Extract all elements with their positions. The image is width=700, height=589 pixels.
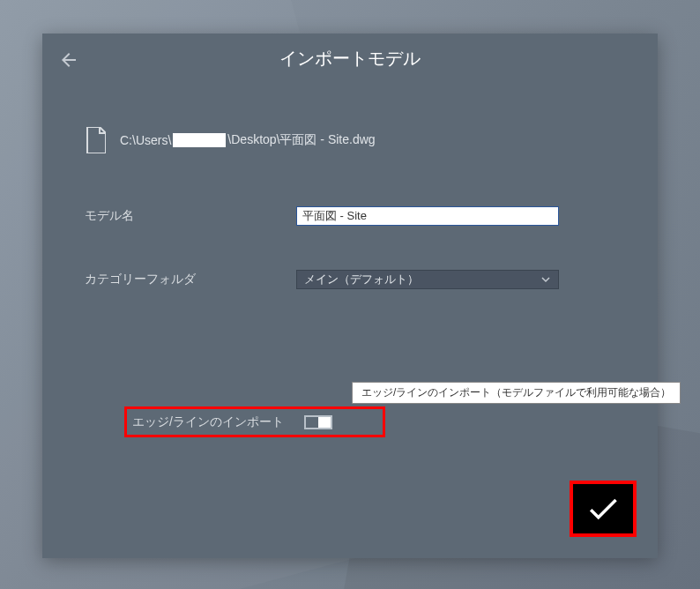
category-value: メイン（デフォルト）: [304, 272, 419, 287]
file-path-text: C:\Users\ \Desktop\平面図 - Site.dwg: [120, 132, 376, 148]
checkmark-icon: [585, 490, 622, 527]
file-path-suffix: \Desktop\平面図 - Site.dwg: [227, 132, 375, 148]
edge-import-tooltip: エッジ/ラインのインポート（モデルファイルで利用可能な場合）: [352, 382, 681, 404]
model-name-row: モデル名: [85, 206, 615, 226]
back-button[interactable]: [58, 49, 79, 71]
dialog-title: インポートモデル: [279, 47, 421, 71]
category-row: カテゴリーフォルダ メイン（デフォルト）: [85, 270, 615, 289]
category-label: カテゴリーフォルダ: [85, 272, 296, 287]
chevron-down-icon: [540, 274, 551, 285]
model-name-label: モデル名: [85, 208, 296, 224]
category-select[interactable]: メイン（デフォルト）: [296, 270, 559, 289]
import-model-dialog: インポートモデル C:\Users\ \Desktop\平面図 - Site.d…: [42, 34, 658, 558]
toggle-knob: [318, 417, 331, 428]
edge-import-toggle[interactable]: [304, 415, 332, 429]
edge-import-label: エッジ/ラインのインポート: [132, 414, 304, 430]
dialog-header: インポートモデル: [42, 34, 658, 83]
model-name-input[interactable]: [296, 206, 559, 226]
arrow-left-icon: [58, 49, 79, 71]
file-path-row: C:\Users\ \Desktop\平面図 - Site.dwg: [85, 127, 615, 153]
file-icon: [85, 127, 106, 153]
redacted-username: [173, 133, 226, 147]
edge-import-highlight: エッジ/ラインのインポート: [124, 406, 385, 437]
confirm-button[interactable]: [570, 481, 637, 537]
file-path-prefix: C:\Users\: [120, 133, 171, 147]
